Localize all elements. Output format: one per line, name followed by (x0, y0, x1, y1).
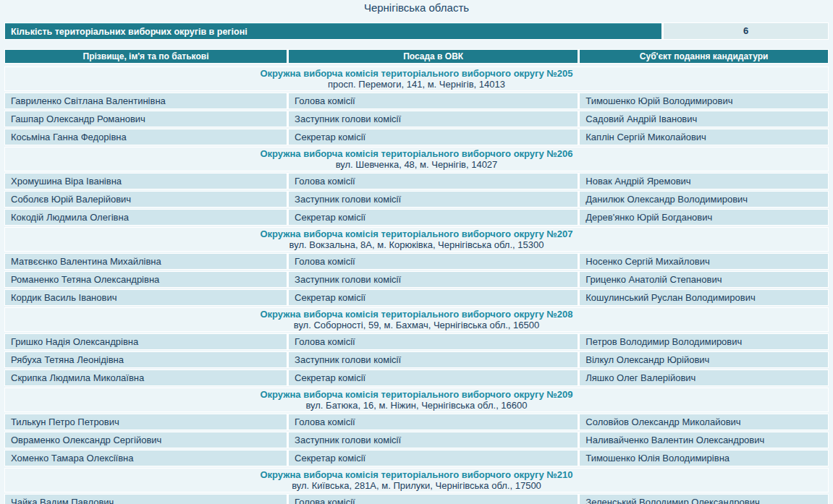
table-body: Окружна виборча комісія територіального … (4, 65, 829, 504)
cell-person-name: Кордик Василь Іванович (5, 290, 287, 305)
cell-person-name: Скрипка Людмила Миколаївна (5, 370, 287, 385)
table-row: Овраменко Олександр Сергійович Заступник… (4, 432, 829, 448)
column-header-position: Посада в ОВК (289, 50, 578, 63)
cell-position: Голова комісії (289, 254, 578, 269)
cell-person-name: Гашпар Олександр Романович (5, 111, 287, 127)
cell-position: Заступник голови комісії (289, 192, 578, 207)
table-row: Чайка Вадим Павлович Голова комісії Зеле… (4, 494, 829, 504)
cell-nominating-subject: Тимошенко Юлія Володимирівна (580, 450, 828, 466)
district-group-title: Окружна виборча комісія територіального … (5, 469, 828, 480)
cell-person-name: Хромушина Віра Іванівна (5, 174, 287, 189)
cell-position: Секретар комісії (289, 129, 578, 145)
cell-person-name: Гришко Надія Олександрівна (5, 334, 287, 349)
district-group-address: вул. Батюка, 16, м. Ніжин, Чернігівська … (5, 400, 828, 411)
cell-position: Голова комісії (289, 174, 578, 189)
table-header-row: Прізвище, ім'я та по батькові Посада в О… (4, 49, 829, 64)
region-count-label: Кількість територіальних виборчих округі… (5, 23, 661, 39)
cell-position: Голова комісії (289, 93, 578, 108)
cell-person-name: Косьміна Ганна Федорівна (5, 129, 287, 145)
cell-position: Секретар комісії (289, 290, 578, 305)
table-row: Гавриленко Світлана Валентинівна Голова … (4, 93, 829, 109)
cell-position: Секретар комісії (289, 210, 578, 225)
cell-person-name: Хоменко Тамара Олексіївна (5, 450, 287, 466)
cell-nominating-subject: Наливайченко Валентин Олександрович (580, 432, 828, 448)
cell-position: Заступник голови комісії (289, 272, 578, 287)
table-row: Скрипка Людмила Миколаївна Секретар комі… (4, 370, 829, 386)
district-group-header: Окружна виборча комісія територіального … (4, 67, 829, 91)
district-group-title: Окружна виборча комісія територіального … (5, 309, 828, 320)
cell-person-name: Кокодій Людмила Олегівна (5, 210, 287, 225)
cell-position: Голова комісії (289, 334, 578, 349)
district-group-header: Окружна виборча комісія територіального … (4, 147, 829, 171)
cell-position: Заступник голови комісії (289, 352, 578, 367)
cell-person-name: Овраменко Олександр Сергійович (5, 432, 287, 448)
cell-position: Заступник голови комісії (289, 432, 578, 448)
cell-nominating-subject: Вілкул Олександр Юрійович (580, 352, 828, 367)
cell-person-name: Рябуха Тетяна Леонідівна (5, 352, 287, 367)
district-group-header: Окружна виборча комісія територіального … (4, 468, 829, 492)
district-group-address: просп. Перемоги, 141, м. Чернігів, 14013 (5, 79, 828, 90)
cell-position: Секретар комісії (289, 370, 578, 385)
cell-nominating-subject: Гриценко Анатолій Степанович (580, 272, 828, 287)
cell-person-name: Чайка Вадим Павлович (5, 495, 287, 504)
cell-person-name: Гавриленко Світлана Валентинівна (5, 93, 287, 108)
table-row: Косьміна Ганна Федорівна Секретар комісі… (4, 129, 829, 145)
district-group-header: Окружна виборча комісія територіального … (4, 307, 829, 332)
table-row: Романенко Тетяна Олександрівна Заступник… (4, 271, 829, 288)
district-group-address: вул. Вокзальна, 8А, м. Корюківка, Черніг… (5, 239, 828, 250)
region-count-value: 6 (664, 23, 828, 39)
cell-nominating-subject: Соловйов Олександр Миколайович (580, 414, 828, 430)
district-group-address: вул. Шевченка, 48, м. Чернігів, 14027 (5, 159, 828, 170)
cell-nominating-subject: Тимошенко Юрій Володимирович (580, 93, 828, 108)
table-row: Кокодій Людмила Олегівна Секретар комісі… (4, 209, 829, 226)
cell-nominating-subject: Зеленський Володимир Олександрович (580, 495, 828, 504)
district-group-header: Окружна виборча комісія територіального … (4, 388, 829, 412)
cell-position: Голова комісії (289, 495, 578, 504)
cell-person-name: Тилькун Петро Петрович (5, 414, 287, 430)
district-group-address: вул. Київська, 281А, м. Прилуки, Чернігі… (5, 480, 828, 491)
cell-nominating-subject: Дерев'янко Юрій Богданович (580, 210, 828, 225)
district-group: Окружна виборча комісія територіального … (4, 227, 829, 306)
cell-person-name: Соболєв Юрій Валерійович (5, 192, 287, 207)
district-group: Окружна виборча комісія територіального … (4, 67, 829, 145)
district-group: Окружна виборча комісія територіального … (4, 468, 829, 504)
page-title: Чернігівська область (0, 0, 833, 14)
district-group-title: Окружна виборча комісія територіального … (5, 148, 828, 159)
cell-nominating-subject: Новак Андрій Яремович (580, 174, 828, 189)
table-row: Рябуха Тетяна Леонідівна Заступник голов… (4, 351, 829, 368)
district-group: Окружна виборча комісія територіального … (4, 307, 829, 386)
cell-person-name: Матвєєнко Валентина Михайлівна (5, 254, 287, 269)
column-header-name: Прізвище, ім'я та по батькові (5, 50, 287, 63)
district-group: Окружна виборча комісія територіального … (4, 147, 829, 226)
cell-nominating-subject: Петров Володимир Володимирович (580, 334, 828, 349)
region-count-bar: Кількість територіальних виборчих округі… (4, 22, 829, 40)
table-row: Хромушина Віра Іванівна Голова комісії Н… (4, 173, 829, 189)
district-group-address: вул. Соборності, 59, м. Бахмач, Чернігів… (5, 320, 828, 330)
cell-nominating-subject: Носенко Сергій Михайлович (580, 254, 828, 269)
column-header-subject: Суб'єкт подання кандидатури (580, 50, 828, 63)
cell-position: Заступник голови комісії (289, 111, 578, 127)
cell-nominating-subject: Садовий Андрій Іванович (580, 111, 828, 127)
table-row: Гашпар Олександр Романович Заступник гол… (4, 111, 829, 127)
table-row: Кордик Василь Іванович Секретар комісії … (4, 289, 829, 306)
cell-nominating-subject: Ляшко Олег Валерійович (580, 370, 828, 385)
cell-person-name: Романенко Тетяна Олександрівна (5, 272, 287, 287)
district-group-title: Окружна виборча комісія територіального … (5, 389, 828, 400)
cell-position: Секретар комісії (289, 450, 578, 466)
district-group-title: Окружна виборча комісія територіального … (5, 68, 828, 79)
table-row: Гришко Надія Олександрівна Голова комісі… (4, 333, 829, 350)
district-group: Окружна виборча комісія територіального … (4, 388, 829, 466)
cell-position: Голова комісії (289, 414, 578, 430)
cell-nominating-subject: Кошулинський Руслан Володимирович (580, 290, 828, 305)
cell-nominating-subject: Каплін Сергій Миколайович (580, 129, 828, 145)
table-row: Соболєв Юрій Валерійович Заступник голов… (4, 191, 829, 208)
district-group-title: Окружна виборча комісія територіального … (5, 228, 828, 239)
district-group-header: Окружна виборча комісія територіального … (4, 227, 829, 252)
table-row: Тилькун Петро Петрович Голова комісії Со… (4, 414, 829, 430)
commissions-table: Прізвище, ім'я та по батькові Посада в О… (4, 49, 829, 504)
cell-nominating-subject: Данилюк Олександр Володимирович (580, 192, 828, 207)
table-row: Хоменко Тамара Олексіївна Секретар коміс… (4, 450, 829, 466)
table-row: Матвєєнко Валентина Михайлівна Голова ко… (4, 253, 829, 270)
